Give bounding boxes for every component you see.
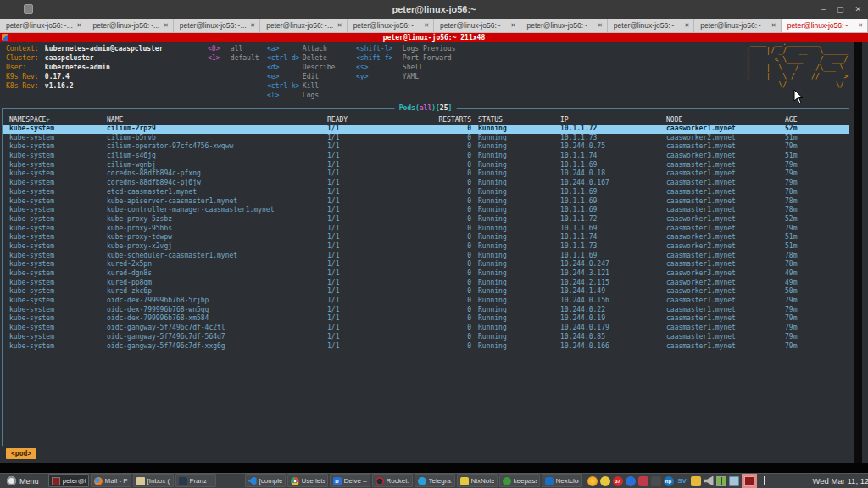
notes-icon[interactable] (691, 476, 701, 486)
franz-icon (179, 477, 187, 485)
cell-ready: 1/1 (327, 225, 433, 234)
tab-close-icon[interactable]: ✕ (424, 22, 429, 29)
tab-close-icon[interactable]: ✕ (77, 22, 82, 29)
chat-icon[interactable] (638, 476, 648, 486)
col-ready[interactable]: READY (327, 115, 433, 125)
pod-row[interactable]: kube-system coredns-88dfb894c-pj6jw 1/1 … (3, 179, 849, 188)
pod-row[interactable]: kube-system kured-pp8qm 1/1 0 Running 10… (3, 279, 849, 288)
pod-row[interactable]: kube-system kube-proxy-5zsbz 1/1 0 Runni… (3, 215, 849, 225)
taskbar-clock[interactable]: Wed Mar 11, 12:36:48 (813, 476, 868, 485)
pod-row[interactable]: kube-system kube-controller-manager-caas… (3, 206, 849, 215)
terminal-tab[interactable]: peter@linux-jo56:~ ✕ (694, 19, 781, 32)
col-age[interactable]: AGE (785, 115, 849, 125)
col-restarts[interactable]: RESTARTS (433, 115, 471, 125)
pod-row[interactable]: kube-system coredns-88dfb894c-pfxng 1/1 … (3, 169, 849, 179)
volume-icon[interactable] (704, 476, 714, 486)
task-button[interactable]: Franz (175, 474, 216, 487)
network-icon[interactable] (716, 476, 726, 486)
badge-count-icon[interactable]: 37 (613, 476, 623, 486)
pod-row[interactable]: kube-system oidc-dex-799996b768-wn5qq 1/… (3, 306, 849, 315)
task-button[interactable]: Telegra... (415, 474, 455, 487)
task-button[interactable]: peter@li... (48, 474, 89, 487)
bluetooth-icon[interactable] (626, 476, 636, 486)
terminal-tray-icon[interactable] (744, 476, 754, 486)
task-button[interactable]: Rocket.... (372, 474, 413, 487)
pod-row[interactable]: kube-system kube-apiserver-caasmaster1.m… (3, 197, 849, 207)
tab-close-icon[interactable]: ✕ (337, 22, 342, 29)
terminal-tab[interactable]: peter@linux-jo56:~... ✕ (0, 19, 86, 32)
tab-close-icon[interactable]: ✕ (771, 22, 776, 29)
col-status[interactable]: STATUS (471, 115, 560, 125)
task-button[interactable]: [Inbox (6... (133, 474, 174, 487)
pod-row[interactable]: kube-system kube-proxy-x2vgj 1/1 0 Runni… (3, 242, 849, 252)
sv-icon[interactable]: SV (676, 476, 688, 486)
pod-row[interactable]: kube-system oidc-dex-799996b768-5rjbp 1/… (3, 297, 849, 306)
printer-icon[interactable] (729, 476, 739, 486)
maximize-button[interactable]: ▢ (837, 5, 844, 14)
pod-row[interactable]: kube-system oidc-gangway-5f7496c7df-xxg6… (3, 342, 849, 352)
workrave-icon[interactable] (651, 476, 661, 486)
col-ip[interactable]: IP (560, 115, 666, 125)
terminal-tab[interactable]: peter@linux-jo56:~... ✕ (260, 19, 347, 32)
terminal-tab[interactable]: peter@linux-jo56:~ ✕ (348, 19, 434, 32)
task-button-label: Mail - Pe... (105, 477, 128, 485)
pod-row[interactable]: kube-system oidc-gangway-5f7496c7df-4c2t… (3, 324, 849, 333)
terminal-tab[interactable]: peter@linux-jo56:~... ✕ (86, 19, 173, 32)
pod-row[interactable]: kube-system etcd-caasmaster1.mynet 1/1 0… (3, 188, 849, 197)
cell-name: kube-proxy-tdwpw (107, 233, 327, 242)
hp-icon[interactable]: hp (664, 476, 674, 486)
pod-row[interactable]: kube-system kured-zkc6p 1/1 0 Running 10… (3, 287, 849, 297)
close-button[interactable]: ✕ (854, 5, 861, 14)
terminal-tab[interactable]: peter@linux-jo56:~... ✕ (174, 19, 260, 32)
applications-menu-button[interactable]: Menu (3, 474, 43, 488)
tab-close-icon[interactable]: ✕ (511, 22, 516, 29)
pod-row[interactable]: kube-system kured-2x5pn 1/1 0 Running 10… (3, 260, 849, 269)
show-desktop-button[interactable] (764, 476, 765, 485)
pod-row[interactable]: kube-system kube-scheduler-caasmaster1.m… (3, 252, 849, 261)
cell-name: oidc-dex-799996b768-xm584 (107, 314, 327, 324)
pod-row[interactable]: kube-system oidc-dex-799996b768-xm584 1/… (3, 314, 849, 324)
pod-row[interactable]: kube-system kube-proxy-tdwpw 1/1 0 Runni… (3, 233, 849, 242)
pod-row[interactable]: kube-system cilium-s46jq 1/1 0 Running 1… (3, 152, 849, 161)
inner-window-titlebar[interactable]: peter@linux-jo56:~ 211x48 (0, 33, 868, 42)
pod-row[interactable]: kube-system kube-proxy-95h6s 1/1 0 Runni… (3, 225, 849, 234)
minimize-button[interactable]: – (821, 5, 826, 14)
window-titlebar[interactable]: peter@linux-jo56:~ – ▢ ✕ (0, 0, 868, 19)
task-button[interactable]: keepass... (499, 474, 540, 487)
cell-ip: 10.1.1.74 (560, 152, 666, 161)
pod-row[interactable]: kube-system cilium-b5rvb 1/1 0 Running 1… (3, 134, 849, 143)
task-button[interactable]: [complet... (245, 474, 286, 487)
cell-restarts: 0 (433, 197, 471, 207)
terminal-tab[interactable]: peter@linux-jo56:~ ✕ (434, 19, 520, 32)
cell-ready: 1/1 (327, 342, 433, 352)
col-node[interactable]: NODE (666, 115, 785, 125)
tab-close-icon[interactable]: ✕ (598, 22, 603, 29)
brightness-icon[interactable] (587, 476, 598, 486)
terminal-tab[interactable]: peter@linux-jo56:~ ✕ (782, 19, 868, 32)
pod-row[interactable]: kube-system oidc-gangway-5f7496c7df-564d… (3, 333, 849, 342)
pod-row[interactable]: kube-system cilium-operator-97cfc4756-xw… (3, 142, 849, 152)
terminal-tab[interactable]: peter@linux-jo56:~ ✕ (520, 19, 607, 32)
terminal-scrollbar[interactable] (854, 42, 862, 463)
tab-close-icon[interactable]: ✕ (684, 22, 689, 29)
tab-close-icon[interactable]: ✕ (164, 22, 169, 29)
task-button[interactable]: Mail - Pe... (91, 474, 131, 487)
pod-row[interactable]: kube-system cilium-2rpz9 1/1 0 Running 1… (3, 125, 849, 134)
cell-status: Running (471, 233, 560, 242)
terminal-viewport[interactable]: Context: kubernetes-admin@caaspcluster C… (0, 42, 868, 463)
task-button[interactable]: Use lets... (287, 474, 328, 487)
pod-row[interactable]: kube-system kured-dgn8s 1/1 0 Running 10… (3, 269, 849, 279)
tab-close-icon[interactable]: ✕ (250, 22, 255, 29)
keybinding-row: <l> Logs (267, 91, 335, 100)
col-name[interactable]: NAME (107, 115, 327, 125)
task-button[interactable]: D Delve – ... (330, 474, 370, 487)
cell-status: Running (471, 134, 560, 143)
inner-window-title: peter@linux-jo56:~ 211x48 (383, 34, 485, 42)
dot-yellow-icon[interactable] (600, 476, 610, 486)
task-button[interactable]: NixNote... (457, 474, 498, 487)
task-button[interactable]: Nextcloud (542, 474, 582, 487)
terminal-tab[interactable]: peter@linux-jo56:~ ✕ (608, 19, 694, 32)
col-namespace[interactable]: NAMESPACE+ (9, 115, 107, 125)
pod-row[interactable]: kube-system cilium-wgnbj 1/1 0 Running 1… (3, 161, 849, 170)
tab-close-icon[interactable]: ✕ (858, 22, 863, 29)
